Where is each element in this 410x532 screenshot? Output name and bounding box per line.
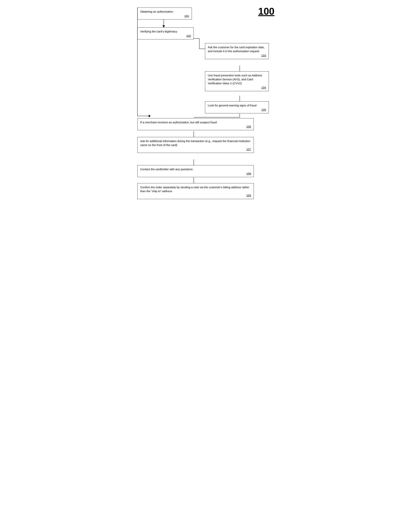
node-103: Ask the customer for the card expiration…	[205, 43, 269, 59]
node-107: Ask for additional information during th…	[137, 137, 254, 153]
node-105: Look for general warning signs of fraud …	[205, 101, 269, 113]
flowchart: 100	[136, 6, 274, 231]
node-106: If a merchant receives an authorization,…	[137, 118, 254, 130]
diagram-number: 100	[258, 6, 274, 17]
node-102: Verifying the card's legitimacy 102	[137, 27, 194, 39]
node-109: Confirm the order separately by sending …	[137, 183, 254, 199]
node-101: Obtaining an authorization 101	[137, 8, 192, 19]
node-108: Contact the cardholder with any question…	[137, 165, 254, 177]
node-104: Use fraud prevention tools such as Addre…	[205, 71, 269, 91]
